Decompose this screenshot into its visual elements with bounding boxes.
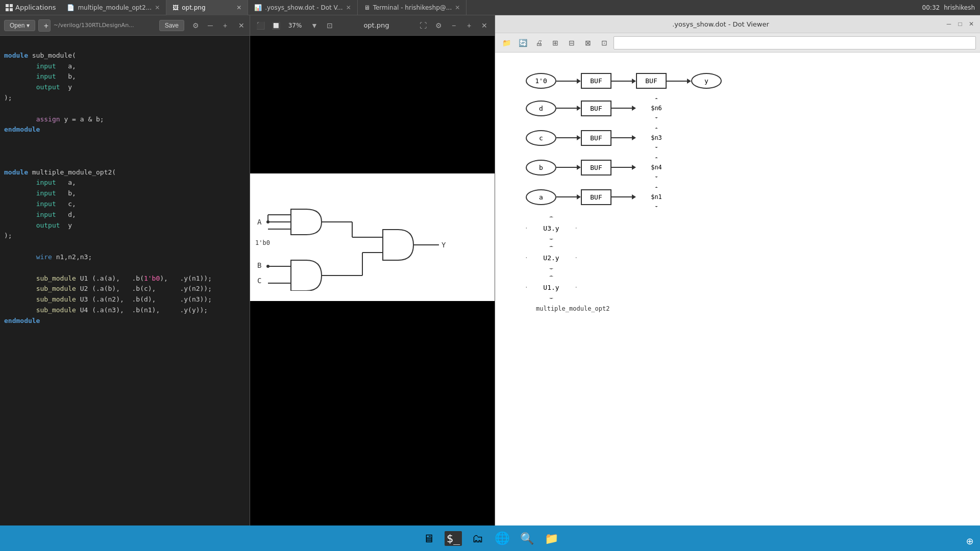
taskbar-files-icon[interactable]: 🗂 <box>468 528 488 548</box>
time-display: 00:32 <box>922 4 940 11</box>
code-line: input b, <box>0 188 250 199</box>
node-d: d <box>526 101 556 116</box>
tab-dot-close[interactable]: ✕ <box>346 4 351 11</box>
arrow-head <box>577 194 581 199</box>
save-button[interactable]: Save <box>159 20 184 31</box>
code-content[interactable]: module sub_module( input a, input b, out… <box>0 36 250 537</box>
arrow-head <box>577 135 581 140</box>
zoom-actual-button[interactable]: ⊡ <box>324 19 336 32</box>
dot-refresh-button[interactable]: 🔄 <box>516 36 530 50</box>
dot-print-button[interactable]: 🖨 <box>532 36 546 50</box>
arrow-9 <box>611 165 636 170</box>
corner-button[interactable]: ⊕ <box>962 533 977 548</box>
code-line: sub_module U3 (.a(n2), .b(d), .y(n3)); <box>0 294 250 305</box>
dot-export4-button[interactable]: ⊡ <box>597 36 611 50</box>
taskbar-terminal-icon[interactable]: $_ <box>443 528 463 548</box>
editor-toolbar: Open ▾ + ~/verilog/130RTLDesignAn... Sav… <box>0 15 250 36</box>
tab-dot-label: .yosys_show.dot - Dot V... <box>265 4 342 11</box>
viewer-zoom-out-button[interactable]: − <box>448 19 460 32</box>
node-buf-3: BUF <box>581 101 611 116</box>
maximize-button[interactable]: + <box>218 19 230 32</box>
arrow-10 <box>556 194 581 199</box>
add-tab-button[interactable]: + <box>38 19 51 32</box>
arrow-head <box>632 165 636 170</box>
taskbar-magnifier-icon[interactable]: 🔍 <box>517 528 537 548</box>
taskbar-screen-icon[interactable]: 🖥 <box>419 528 439 548</box>
viewer-close-button[interactable]: ✕ <box>478 19 491 32</box>
view-fit-button[interactable]: ⬛ <box>254 19 266 32</box>
code-line: module sub_module( <box>0 51 250 61</box>
time-area: 00:32 hrishikesh <box>917 4 980 11</box>
folder-icon: 📁 <box>545 532 558 545</box>
svg-rect-2 <box>6 8 9 11</box>
code-line: endmodule <box>0 316 250 327</box>
graph-row-2: d BUF $n6 <box>526 98 949 118</box>
tab-terminal-icon: 🖥 <box>364 4 370 11</box>
arrow-head <box>632 194 636 199</box>
taskbar-globe-icon[interactable]: 🌐 <box>492 528 512 548</box>
code-line <box>0 104 250 114</box>
node-n3: $n3 <box>636 128 677 148</box>
dot-folder-button[interactable]: 📁 <box>499 36 513 50</box>
dot-export3-button[interactable]: ⊠ <box>581 36 595 50</box>
viewer-settings-button[interactable]: ⚙ <box>432 19 445 32</box>
zoom-label: 37% <box>285 22 305 29</box>
graph-area: 1'0 BUF BUF y <box>505 63 970 322</box>
arrow-line <box>556 108 577 109</box>
dot-export2-button[interactable]: ⊟ <box>565 36 579 50</box>
arrow-line <box>556 167 577 168</box>
arrow-head <box>577 79 581 84</box>
app-menu[interactable]: Applications <box>0 4 61 12</box>
minimize-button[interactable]: ─ <box>203 19 215 32</box>
and-gate-1 <box>291 209 322 235</box>
node-1-0: 1'0 <box>526 73 556 89</box>
diamond-section: U3.y U2.y U1.y <box>526 216 949 299</box>
tab-editor[interactable]: 📄 multiple_module_opt2... ✕ <box>61 0 166 15</box>
signal-a: A <box>257 218 262 226</box>
code-line <box>0 40 250 51</box>
open-button[interactable]: Open ▾ <box>4 20 35 31</box>
circuit-svg: A 1'b0 B C D <box>250 173 485 291</box>
tab-dot[interactable]: 📊 .yosys_show.dot - Dot V... ✕ <box>248 0 357 15</box>
tab-editor-icon: 📄 <box>67 4 75 11</box>
arrow-4 <box>556 106 581 111</box>
tab-bar: 📄 multiple_module_opt2... ✕ 🖼 opt.png ✕ … <box>61 0 917 15</box>
corner-icon: ⊕ <box>966 536 973 546</box>
close-button[interactable]: ✕ <box>233 19 246 32</box>
tab-terminal[interactable]: 🖥 Terminal - hrishikeshp@... ✕ <box>358 0 467 15</box>
tab-image-close[interactable]: ✕ <box>236 4 241 11</box>
code-line: input b, <box>0 71 250 82</box>
node-u3y: U3.y <box>526 216 577 240</box>
tab-editor-close[interactable]: ✕ <box>155 4 160 11</box>
save-button-label: Save <box>165 22 179 29</box>
viewer-zoom-in-button[interactable]: + <box>463 19 475 32</box>
taskbar-top: Applications 📄 multiple_module_opt2... ✕… <box>0 0 980 15</box>
node-buf-5: BUF <box>581 160 611 176</box>
dot-close-button[interactable]: ✕ <box>967 19 976 29</box>
taskbar-bottom: 🖥 $_ 🗂 🌐 🔍 📁 <box>0 525 980 551</box>
signal-y: Y <box>442 241 446 249</box>
arrow-7 <box>611 135 636 140</box>
taskbar-folder-icon[interactable]: 📁 <box>541 528 561 548</box>
dot-export1-button[interactable]: ⊞ <box>548 36 562 50</box>
diamond-u1y: U1.y <box>526 276 949 299</box>
tab-terminal-close[interactable]: ✕ <box>455 4 460 11</box>
node-buf-4: BUF <box>581 130 611 146</box>
tab-image[interactable]: 🖼 opt.png ✕ <box>166 0 248 15</box>
node-buf-2: BUF <box>636 73 667 89</box>
dot-maximize-button[interactable]: □ <box>955 19 965 29</box>
dot-search-input[interactable] <box>614 36 976 49</box>
diamond-u3y: U3.y <box>526 216 949 240</box>
dot-viewer: .yosys_show.dot - Dot Viewer ─ □ ✕ 📁 🔄 🖨… <box>495 15 980 551</box>
globe-icon: 🌐 <box>495 531 510 545</box>
view-zoom-fit-button[interactable]: 🔲 <box>270 19 282 32</box>
dot-minimize-button[interactable]: ─ <box>944 19 953 29</box>
arrow-3 <box>667 79 691 84</box>
zoom-in-button[interactable]: ▼ <box>308 19 321 32</box>
arrow-head <box>632 135 636 140</box>
apps-icon <box>5 4 13 12</box>
and-gate-2 <box>291 260 322 291</box>
code-line: wire n1,n2,n3; <box>0 252 250 263</box>
viewer-expand-button[interactable]: ⛶ <box>417 19 429 32</box>
settings-button[interactable]: ⚙ <box>187 19 200 32</box>
